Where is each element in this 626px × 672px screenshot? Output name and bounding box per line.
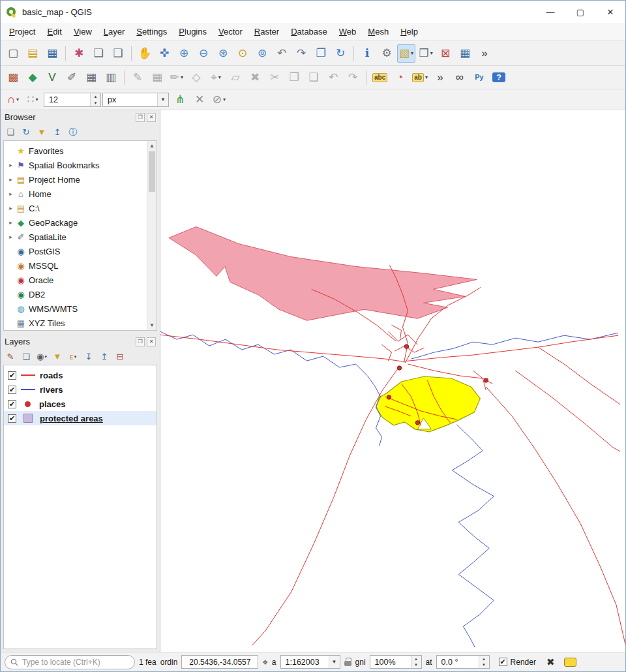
scrollbar-thumb[interactable]	[149, 151, 155, 192]
render-toggle[interactable]: ✔ Render	[499, 658, 536, 667]
expand-arrow-icon[interactable]: ▸	[7, 162, 15, 168]
message-log-icon[interactable]	[564, 658, 576, 667]
menu-vector[interactable]: Vector	[213, 24, 248, 39]
browser-float-icon[interactable]: ❐	[136, 113, 145, 122]
paste-features-button[interactable]: ❑	[305, 69, 323, 87]
pan-to-selection-button[interactable]: ✜	[155, 44, 173, 63]
statistical-summary-button[interactable]: ▦	[456, 44, 474, 63]
snapping-toggle-button[interactable]: ∩▾	[4, 91, 22, 109]
stop-rendering-icon[interactable]: ✖	[546, 657, 555, 667]
style-manager-button[interactable]: ✱	[70, 44, 88, 63]
scale-combo[interactable]: 1:162003 ▼	[280, 655, 340, 669]
expand-arrow-icon[interactable]: ▸	[7, 219, 15, 226]
select-by-value-dropdown-caret[interactable]: ▾	[430, 50, 433, 56]
menu-edit[interactable]: Edit	[41, 24, 67, 39]
redo-button[interactable]: ↷	[344, 69, 362, 87]
map-canvas[interactable]	[160, 110, 625, 652]
layers-float-icon[interactable]: ❐	[136, 337, 145, 346]
select-by-value-button[interactable]: ❒▾	[417, 44, 435, 63]
scale-caret-icon[interactable]: ▼	[329, 656, 340, 668]
help-contents-button[interactable]: ?	[490, 69, 508, 87]
browser-scrollbar[interactable]: ▲ ▼	[147, 141, 156, 330]
select-features-button[interactable]: ▧▾	[397, 44, 415, 63]
current-edits-button[interactable]: ✏▾	[168, 69, 186, 87]
browser-item-db2[interactable]: ◉DB2	[4, 287, 156, 301]
manage-map-themes-dropdown-caret[interactable]: ▾	[44, 354, 47, 359]
modify-attributes-button[interactable]: ▱	[226, 69, 245, 87]
metasearch-button[interactable]: ∞	[451, 69, 469, 87]
layer-item-rivers[interactable]: ✔rivers	[4, 382, 156, 397]
scale-lock-icon[interactable]	[344, 661, 351, 666]
zoom-full-extent-button[interactable]: ⊛	[214, 44, 232, 63]
browser-item-favorites[interactable]: ★Favorites	[4, 144, 156, 158]
refresh-map-button[interactable]: ↻	[331, 44, 350, 63]
menu-help[interactable]: Help	[395, 24, 424, 39]
spin-up-icon[interactable]: ▲	[411, 656, 421, 662]
layer-item-protected-areas[interactable]: ✔protected areas	[4, 411, 156, 425]
spin-up-icon[interactable]: ▲	[91, 93, 100, 100]
browser-item-mssql[interactable]: ◉MSSQL	[4, 258, 156, 273]
zoom-next-button[interactable]: ↷	[292, 44, 310, 63]
undo-button[interactable]: ↶	[324, 69, 342, 87]
vertex-tool-button[interactable]: ⌖▾	[207, 69, 225, 87]
browser-item-spatialite[interactable]: ▸✐SpatiaLite	[4, 230, 156, 244]
menu-database[interactable]: Database	[285, 24, 333, 39]
manage-map-themes-button[interactable]: ◉▾	[35, 350, 49, 364]
collapse-all-button[interactable]: ↥	[97, 350, 112, 364]
zoom-in-button[interactable]: ⊕	[175, 44, 193, 63]
snapping-tolerance-spinbox[interactable]: 12 ▲ ▼	[44, 93, 101, 107]
browser-item-oracle[interactable]: ◉Oracle	[4, 273, 156, 287]
add-group-button[interactable]: ❏	[19, 350, 33, 364]
zoom-to-selection-button[interactable]: ⊙	[233, 44, 252, 63]
new-print-layout-button[interactable]: ❏	[89, 44, 108, 63]
menu-raster[interactable]: Raster	[248, 24, 285, 39]
topological-editing-button[interactable]: ⋔	[171, 91, 189, 109]
menu-project[interactable]: Project	[3, 24, 41, 39]
menu-mesh[interactable]: Mesh	[362, 24, 395, 39]
vertex-tool-dropdown-caret[interactable]: ▾	[218, 74, 221, 80]
delete-selected-button[interactable]: ✖	[246, 69, 264, 87]
layer-name[interactable]: rivers	[40, 385, 63, 395]
avoid-overlap-button[interactable]: ⊘▾	[210, 91, 228, 109]
snapping-toggle-dropdown-caret[interactable]: ▾	[16, 97, 19, 102]
browser-item-geopackage[interactable]: ▸◆GeoPackage	[4, 215, 156, 230]
browser-item-wms-wmts[interactable]: ◍WMS/WMTS	[4, 301, 156, 316]
deselect-features-button[interactable]: ⊠	[436, 44, 455, 63]
open-layer-styling-button[interactable]: ✎	[3, 350, 18, 364]
toolbar-overflow-button[interactable]: »	[475, 44, 494, 63]
close-button[interactable]: ✕	[595, 1, 625, 23]
new-shapefile-layer-button[interactable]: V	[43, 69, 61, 87]
menu-settings[interactable]: Settings	[130, 24, 173, 39]
labeling-toolbar-button[interactable]: ab▾	[410, 69, 430, 87]
browser-item-spatial-bookmarks[interactable]: ▸⚑Spatial Bookmarks	[4, 158, 156, 172]
add-feature-button[interactable]: ◇	[187, 69, 205, 87]
locate-input[interactable]	[22, 658, 129, 667]
new-project-button[interactable]: ▢	[4, 44, 22, 63]
filter-legend-button[interactable]: ▼	[50, 350, 65, 364]
remove-layer-button[interactable]: ⊟	[113, 350, 127, 364]
snapping-mode-dropdown-caret[interactable]: ▾	[35, 97, 38, 102]
expand-arrow-icon[interactable]: ▸	[7, 191, 15, 197]
labeling-toolbar-dropdown-caret[interactable]: ▾	[425, 74, 428, 80]
new-geopackage-layer-button[interactable]: ◆	[23, 69, 42, 87]
filter-by-expression-dropdown-caret[interactable]: ▾	[74, 354, 77, 359]
layer-name[interactable]: protected areas	[40, 414, 103, 423]
data-source-manager-button[interactable]: ▩	[4, 69, 22, 87]
zoom-to-layer-button[interactable]: ⊚	[253, 44, 271, 63]
rotation-spinbox[interactable]: 0.0 ° ▲ ▼	[436, 655, 490, 669]
open-project-button[interactable]: ▤	[23, 44, 42, 63]
spin-down-icon[interactable]: ▼	[91, 100, 100, 106]
menu-plugins[interactable]: Plugins	[173, 24, 213, 39]
render-checkbox[interactable]: ✔	[499, 658, 507, 666]
save-layer-edits-button[interactable]: ▦	[148, 69, 166, 87]
combo-caret-icon[interactable]: ▼	[157, 93, 168, 106]
layer-checkbox[interactable]: ✔	[8, 400, 16, 408]
layer-diagram-button[interactable]: ◔	[391, 69, 409, 87]
layers-close-icon[interactable]: ✕	[147, 337, 156, 346]
spin-up-icon[interactable]: ▲	[479, 656, 489, 662]
new-spatialite-layer-button[interactable]: ✐	[63, 69, 81, 87]
pan-map-button[interactable]: ✋	[136, 44, 154, 63]
expand-arrow-icon[interactable]: ▸	[7, 234, 15, 240]
locate-search[interactable]	[5, 655, 135, 669]
copy-features-button[interactable]: ❐	[285, 69, 303, 87]
